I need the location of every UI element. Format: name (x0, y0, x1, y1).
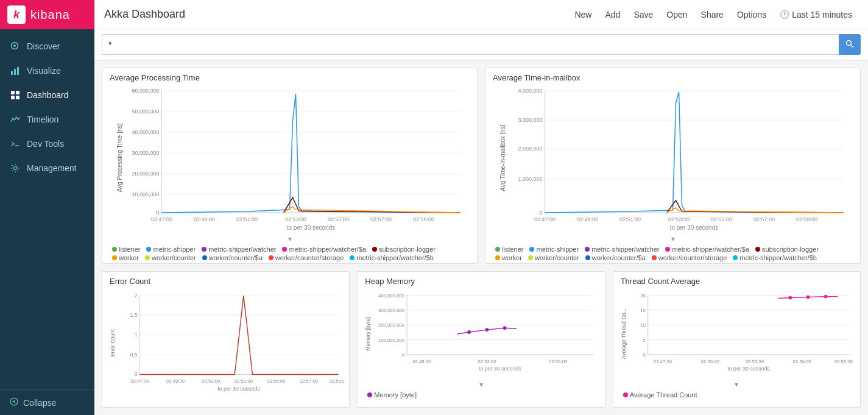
sidebar-item-management[interactable]: Management (0, 156, 94, 180)
svg-text:2,000,000: 2,000,000 (518, 146, 542, 152)
svg-text:Average Thread Co...: Average Thread Co... (620, 308, 626, 359)
svg-text:02:53:00: 02:53:00 (745, 359, 764, 364)
svg-text:0: 0 (643, 352, 646, 358)
svg-text:300,000,000: 300,000,000 (378, 308, 405, 313)
panel-title-avg-mailbox: Average Time-in-mailbox (485, 68, 860, 85)
legend-item-listener: listener (112, 246, 140, 253)
svg-text:0: 0 (402, 352, 405, 358)
legend-item-metric-shipper-watcher: metric-shipper/watcher (202, 246, 276, 253)
open-button[interactable]: Open (660, 6, 693, 23)
svg-rect-7 (11, 96, 15, 99)
svg-text:02:47:00: 02:47:00 (151, 216, 172, 222)
save-button[interactable]: Save (627, 6, 659, 23)
svg-text:02:49:00: 02:49:00 (577, 216, 598, 222)
svg-text:02:56:00: 02:56:00 (549, 359, 568, 364)
svg-text:02:47:00: 02:47:00 (654, 359, 672, 364)
collapse-button[interactable]: Collapse (0, 389, 94, 415)
svg-line-13 (851, 45, 853, 48)
devtools-icon (10, 138, 21, 149)
time-range-button[interactable]: 🕐 Last 15 minutes (774, 6, 858, 23)
panel-error-count: Error Count Error Count 2 1.5 1 (102, 271, 350, 408)
legend-toggle-mailbox[interactable]: ▾ (490, 233, 855, 244)
legend-item-metric-shipper-watcher-a: metric-shipper/watcher/$a (282, 246, 366, 253)
logo-area[interactable]: k kibana (0, 0, 94, 29)
chart-svg-error: Error Count 2 1.5 1 0.5 0 (107, 288, 344, 398)
legend-toggle-heap[interactable]: ▾ (362, 379, 599, 390)
svg-text:02:55:00: 02:55:00 (328, 216, 349, 222)
svg-text:2: 2 (135, 293, 138, 299)
time-range-label: Last 15 minutes (792, 10, 852, 20)
sidebar-item-timelion-label: Timelion (27, 115, 58, 124)
svg-text:to per 30 seconds: to per 30 seconds (670, 224, 719, 231)
panel-thread-count: Thread Count Average Average Thread Co..… (613, 271, 861, 408)
dashboard-grid: Average Processing Time Avg Processing T… (94, 60, 868, 415)
discover-icon (10, 41, 21, 52)
chart-avg-processing: Avg Processing Time [ns] 60,000,000 50,0… (107, 85, 472, 233)
svg-text:0: 0 (156, 210, 159, 216)
panel-title-thread: Thread Count Average (613, 272, 860, 288)
panel-body-error: Error Count 2 1.5 1 0.5 0 (102, 288, 349, 407)
svg-text:Avg Processing Time [ns]: Avg Processing Time [ns] (116, 123, 123, 192)
clock-icon: 🕐 (780, 10, 789, 19)
legend-processing: listener metric-shipper metric-shipper/w… (107, 244, 472, 264)
timelion-icon (10, 114, 21, 125)
new-button[interactable]: New (568, 6, 598, 23)
sidebar-item-devtools-label: Dev Tools (27, 139, 64, 149)
chart-svg-avg-mailbox: Avg Time-in-mailbox [ns] 4,000,000 3,000… (490, 85, 855, 231)
page-title: Akka Dashboard (104, 8, 185, 21)
svg-text:02:47:00: 02:47:00 (130, 378, 149, 384)
legend-toggle-thread[interactable]: ▾ (618, 379, 855, 390)
svg-text:02:52:00: 02:52:00 (478, 359, 497, 364)
svg-rect-4 (17, 67, 19, 75)
svg-text:40,000,000: 40,000,000 (132, 129, 159, 135)
svg-rect-5 (11, 91, 15, 94)
share-button[interactable]: Share (695, 6, 730, 23)
svg-text:10,000,000: 10,000,000 (132, 191, 159, 197)
svg-text:to per 30 seconds: to per 30 seconds (727, 366, 770, 372)
chart-svg-avg-processing: Avg Processing Time [ns] 60,000,000 50,0… (107, 85, 472, 231)
chart-heap: Memory [byte] 400,000,000 300,000,000 20… (362, 288, 599, 379)
legend-item-worker-counter-storage: worker/counter/storage (269, 254, 344, 261)
svg-text:1: 1 (135, 332, 138, 338)
sidebar-item-visualize[interactable]: Visualize (0, 59, 94, 83)
chart-avg-mailbox: Avg Time-in-mailbox [ns] 4,000,000 3,000… (490, 85, 855, 233)
chart-thread: Average Thread Co... 20 15 10 5 0 (618, 288, 855, 379)
options-button[interactable]: Options (731, 6, 772, 23)
sidebar-item-devtools[interactable]: Dev Tools (0, 132, 94, 156)
management-icon (10, 163, 21, 174)
svg-rect-8 (16, 96, 19, 99)
collapse-icon (10, 397, 18, 408)
search-input[interactable] (102, 34, 839, 55)
svg-text:50,000,000: 50,000,000 (132, 108, 159, 115)
sidebar-item-timelion[interactable]: Timelion (0, 107, 94, 132)
sidebar-item-dashboard[interactable]: Dashboard (0, 83, 94, 107)
sidebar-item-dashboard-label: Dashboard (27, 90, 69, 100)
panel-avg-processing-time: Average Processing Time Avg Processing T… (102, 68, 478, 264)
svg-text:02:55:00: 02:55:00 (267, 378, 286, 384)
app-name: kibana (30, 8, 70, 22)
add-button[interactable]: Add (599, 6, 626, 23)
svg-text:02:59:00: 02:59:00 (329, 378, 344, 384)
svg-text:200,000,000: 200,000,000 (378, 322, 405, 328)
svg-text:02:57:00: 02:57:00 (370, 216, 392, 222)
topbar-actions: New Add Save Open Share Options 🕐 Last 1… (568, 6, 858, 23)
svg-text:Memory [byte]: Memory [byte] (365, 317, 371, 350)
chart-svg-heap: Memory [byte] 400,000,000 300,000,000 20… (362, 288, 599, 377)
panel-body-thread: Average Thread Co... 20 15 10 5 0 (613, 288, 860, 407)
svg-text:10: 10 (640, 322, 646, 328)
legend-item-metric-shipper-watcher-b: metric-shipper/watcher/$b (350, 254, 434, 261)
legend-toggle-processing[interactable]: ▾ (107, 233, 472, 244)
svg-text:Avg Time-in-mailbox [ns]: Avg Time-in-mailbox [ns] (499, 124, 506, 191)
sidebar-item-discover[interactable]: Discover (0, 34, 94, 59)
svg-text:02:50:00: 02:50:00 (700, 359, 719, 364)
search-button[interactable] (839, 34, 861, 55)
svg-text:to per 30 seconds: to per 30 seconds (217, 386, 260, 392)
svg-text:0: 0 (135, 372, 138, 378)
nav-menu: Discover Visualize Dashboard Timelion De… (0, 29, 94, 389)
svg-text:02:51:00: 02:51:00 (202, 378, 221, 384)
legend-item-subscription-logger2: subscription-logger (755, 246, 819, 253)
collapse-label: Collapse (23, 398, 56, 408)
search-bar (94, 29, 868, 60)
legend-mailbox: listener metric-shipper metric-shipper/w… (490, 244, 855, 264)
legend-item-metric-shipper: metric-shipper (146, 246, 196, 253)
